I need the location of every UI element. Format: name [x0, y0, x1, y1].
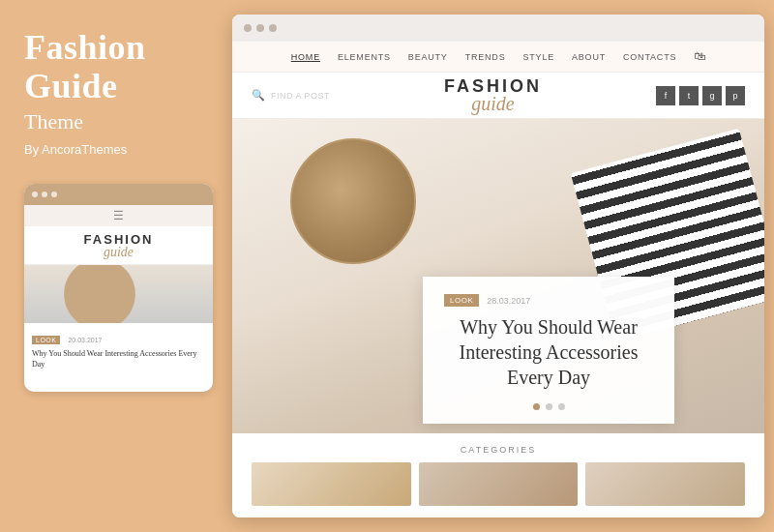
- category-thumb-3[interactable]: [585, 462, 745, 506]
- mobile-dot-2: [42, 192, 47, 197]
- social-facebook[interactable]: f: [656, 86, 675, 105]
- social-google[interactable]: g: [702, 86, 722, 105]
- mobile-image-area: [24, 265, 213, 323]
- nav-home[interactable]: HOME: [291, 52, 320, 62]
- slide-dot-1[interactable]: [533, 403, 540, 410]
- social-icons: f t g p: [656, 86, 745, 105]
- site-logo: FASHION guide: [444, 76, 542, 115]
- nav-elements[interactable]: ELEMENTS: [338, 52, 391, 62]
- nav-style[interactable]: STYLE: [522, 52, 554, 62]
- search-placeholder: FIND A POST: [271, 91, 330, 101]
- mobile-mockup: ☰ FASHION guide LOOK 20.03.2017 Why You …: [24, 184, 213, 392]
- category-thumb-1[interactable]: [252, 462, 411, 506]
- article-meta: LOOK 28.03.2017: [444, 294, 653, 307]
- look-badge: LOOK: [444, 294, 479, 307]
- mobile-dot-3: [51, 192, 57, 197]
- mobile-look-badge: LOOK: [32, 336, 60, 344]
- brand-title-line2: Guide: [24, 67, 118, 105]
- left-panel: Fashion Guide Theme By AncoraThemes ☰ FA…: [0, 0, 232, 532]
- article-card: LOOK 28.03.2017 Why You Should Wear Inte…: [423, 277, 674, 424]
- mobile-date: 20.03.2017: [68, 337, 102, 343]
- mobile-logo-guide: guide: [84, 245, 154, 260]
- nav-about[interactable]: ABOUT: [572, 52, 606, 62]
- browser-chrome: [232, 15, 764, 42]
- site-header: 🔍 FIND A POST FASHION guide f t g p: [232, 73, 764, 119]
- hero-hat: [290, 138, 416, 264]
- mobile-logo-text: FASHION guide: [84, 232, 154, 260]
- categories-section: CATEGORIES: [232, 433, 764, 517]
- article-title: Why You Should Wear Interesting Accessor…: [444, 314, 653, 390]
- browser-dot-2: [256, 24, 264, 32]
- hamburger-icon: ☰: [113, 209, 124, 223]
- categories-label: CATEGORIES: [252, 445, 745, 455]
- hero-image: LOOK 28.03.2017 Why You Should Wear Inte…: [232, 119, 764, 433]
- category-thumb-2[interactable]: [419, 462, 579, 506]
- brand-by: By AncoraThemes: [24, 142, 208, 157]
- hero-section: LOOK 28.03.2017 Why You Should Wear Inte…: [232, 119, 764, 433]
- mobile-dot-1: [32, 192, 38, 197]
- mobile-top-bar: [24, 184, 213, 205]
- slide-dot-3[interactable]: [558, 403, 565, 410]
- article-title-line1: Why You Should Wear: [460, 316, 638, 338]
- article-title-line3: Every Day: [507, 367, 590, 388]
- brand-subtitle: Theme: [24, 109, 208, 134]
- brand-title: Fashion Guide: [24, 29, 208, 105]
- search-icon[interactable]: 🔍: [252, 89, 265, 102]
- social-pinterest[interactable]: p: [726, 86, 745, 105]
- slide-dot-2[interactable]: [546, 403, 552, 410]
- nav-contacts[interactable]: CONTACTS: [623, 52, 676, 62]
- category-thumbs: [252, 462, 745, 506]
- article-date: 28.03.2017: [487, 296, 530, 306]
- nav-trends[interactable]: TRENDS: [465, 52, 506, 62]
- browser-window: HOME ELEMENTS BEAUTY TRENDS STYLE ABOUT …: [232, 15, 764, 517]
- brand-title-line1: Fashion: [24, 28, 146, 67]
- cart-icon[interactable]: 🛍: [694, 49, 705, 64]
- nav-beauty[interactable]: BEAUTY: [408, 52, 448, 62]
- mobile-logo-area: FASHION guide: [24, 226, 213, 265]
- header-search: 🔍 FIND A POST: [252, 89, 330, 102]
- site-nav: HOME ELEMENTS BEAUTY TRENDS STYLE ABOUT …: [232, 42, 764, 73]
- slide-dots: [444, 403, 653, 410]
- mobile-nav-bar: ☰: [24, 205, 213, 226]
- social-twitter[interactable]: t: [679, 86, 699, 105]
- browser-dot-1: [244, 24, 252, 32]
- mobile-content-area: LOOK 20.03.2017 Why You Should Wear Inte…: [24, 323, 213, 375]
- mobile-article-title: Why You Should Wear Interesting Accessor…: [32, 349, 205, 369]
- article-title-line2: Interesting Accessories: [460, 341, 639, 363]
- browser-dot-3: [269, 24, 277, 32]
- mobile-image-placeholder: [24, 265, 213, 323]
